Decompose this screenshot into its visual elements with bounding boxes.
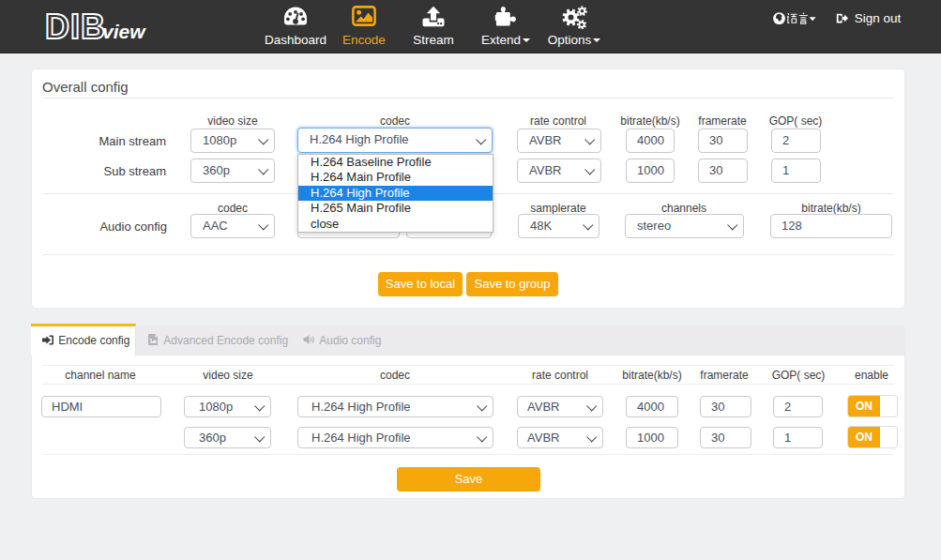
svg-text:view: view <box>102 21 146 42</box>
svg-text:DIB: DIB <box>45 8 106 45</box>
